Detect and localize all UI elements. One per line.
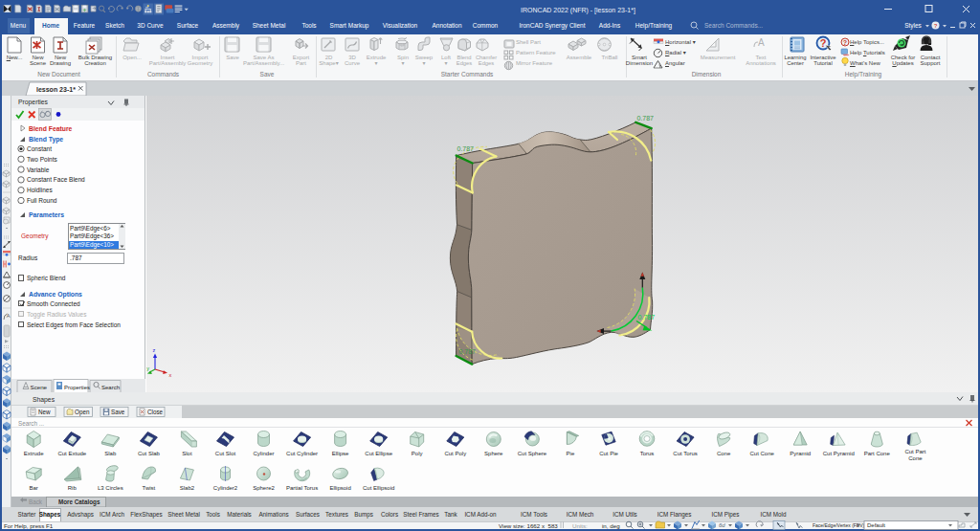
- svg-text:Cut Slot: Cut Slot: [215, 451, 236, 456]
- svg-text:Poly: Poly: [412, 451, 423, 456]
- svg-text:Cut Poly: Cut Poly: [444, 451, 466, 456]
- svg-text:Twist: Twist: [143, 485, 156, 491]
- svg-text:Cut Cylinder: Cut Cylinder: [286, 451, 318, 456]
- svg-text:Cut Sphere: Cut Sphere: [518, 451, 547, 456]
- svg-text:Slab2: Slab2: [180, 485, 195, 491]
- svg-text:Torus: Torus: [640, 451, 655, 456]
- svg-text:A: A: [758, 37, 765, 48]
- svg-text:6d: 6d: [719, 522, 725, 528]
- svg-text:?: ?: [843, 39, 847, 46]
- svg-text:Partial Torus: Partial Torus: [286, 485, 318, 491]
- svg-text:Ellipsoid: Ellipsoid: [329, 485, 350, 491]
- svg-text:?: ?: [820, 37, 827, 49]
- svg-text:Cut Part: Cut Part: [904, 449, 925, 454]
- svg-text:Cut Slab: Cut Slab: [138, 451, 161, 456]
- svg-text:New: New: [38, 409, 51, 415]
- svg-text:Cut Torus: Cut Torus: [673, 451, 698, 456]
- svg-text:IRONCAD 2022 (NFR) - [lesson 2: IRONCAD 2022 (NFR) - [lesson 23-1*]: [521, 7, 635, 14]
- svg-text:Cut Extude: Cut Extude: [57, 451, 86, 456]
- svg-text:Rib: Rib: [68, 485, 78, 491]
- svg-text:Cone: Cone: [717, 451, 731, 456]
- svg-text:Cut Ellipsoid: Cut Ellipsoid: [363, 485, 394, 491]
- svg-text:Cut Pyramid: Cut Pyramid: [823, 451, 855, 456]
- svg-text:Pyramid: Pyramid: [790, 451, 811, 456]
- svg-text:L3 Circles: L3 Circles: [98, 485, 123, 491]
- svg-text:Default: Default: [867, 522, 885, 528]
- svg-text:More Catalogs: More Catalogs: [58, 498, 100, 506]
- svg-text:Cut Ellipse: Cut Ellipse: [365, 451, 392, 456]
- svg-text:Save: Save: [111, 409, 125, 415]
- svg-text:Sphere2: Sphere2: [253, 485, 275, 491]
- svg-text:Slot: Slot: [182, 451, 192, 456]
- svg-text:lesson 23-1*: lesson 23-1*: [36, 86, 76, 93]
- svg-text:Part Cone: Part Cone: [864, 451, 891, 456]
- svg-text:0.787: 0.787: [637, 115, 655, 122]
- svg-text:x: x: [169, 372, 172, 378]
- svg-text:0.787: 0.787: [638, 314, 656, 321]
- svg-text:Ellipse: Ellipse: [332, 451, 349, 456]
- svg-text:Cylinder: Cylinder: [253, 451, 274, 456]
- svg-text:Scene: Scene: [31, 384, 48, 390]
- svg-text:Extrude: Extrude: [24, 451, 44, 456]
- svg-text:Search: Search: [101, 385, 120, 390]
- svg-text:Slab: Slab: [104, 451, 117, 456]
- svg-text:Properties: Properties: [64, 385, 90, 390]
- svg-text:0.787: 0.787: [459, 348, 477, 355]
- svg-text:Face/Edge/Vertex (FEV): Face/Edge/Vertex (FEV): [813, 522, 865, 528]
- svg-text:Open: Open: [75, 409, 90, 416]
- svg-text:Back: Back: [29, 498, 43, 505]
- svg-text:z: z: [153, 347, 156, 353]
- svg-text:Cylinder2: Cylinder2: [213, 485, 238, 491]
- svg-text:?: ?: [934, 23, 938, 29]
- svg-text:Close: Close: [147, 409, 164, 415]
- svg-text:Cone: Cone: [908, 455, 923, 461]
- svg-text:Pie: Pie: [567, 451, 575, 456]
- svg-text:A: A: [7, 313, 11, 319]
- svg-text:Bar: Bar: [30, 485, 38, 491]
- svg-text:Cut Cone: Cut Cone: [750, 451, 775, 456]
- svg-text:Cut Pie: Cut Pie: [599, 451, 618, 456]
- svg-text:0.787: 0.787: [457, 145, 475, 152]
- svg-text:y: y: [146, 365, 149, 371]
- svg-text:Sphere: Sphere: [484, 451, 503, 456]
